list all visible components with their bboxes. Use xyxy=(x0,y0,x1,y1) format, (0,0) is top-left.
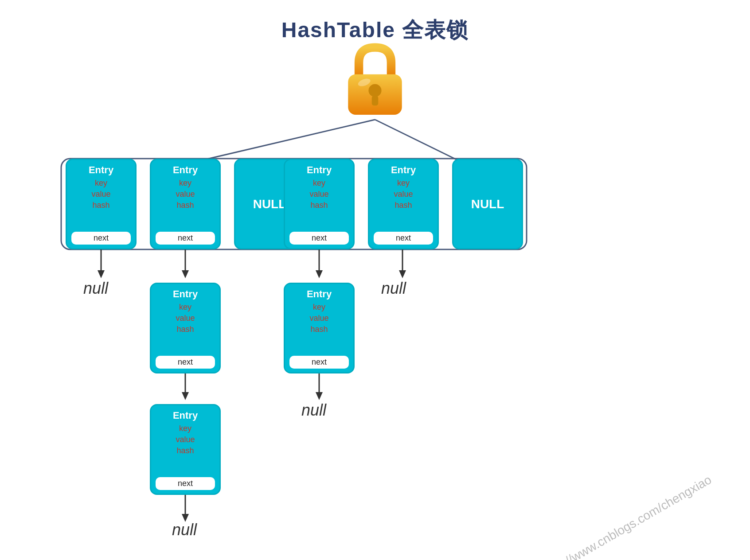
entry-node-4: Entry key value hash next xyxy=(368,159,439,249)
entry-node-3: Entry key value hash next xyxy=(284,159,355,249)
entry-value-r2-2: value xyxy=(176,313,195,324)
entry-hash-r3-2: hash xyxy=(176,445,194,456)
svg-marker-14 xyxy=(316,392,323,400)
entry-value-1: value xyxy=(91,189,110,200)
entry-label-4: Entry xyxy=(391,164,416,176)
entry-value-4: value xyxy=(394,189,413,200)
entry-value-r2-4: value xyxy=(309,313,328,324)
entry-node-2: Entry key value hash next xyxy=(150,159,221,249)
svg-marker-10 xyxy=(399,270,406,278)
null-text-entry1: null xyxy=(83,279,108,298)
entry-hash-2: hash xyxy=(176,200,194,211)
svg-marker-12 xyxy=(182,392,189,400)
entry-label-2: Entry xyxy=(173,164,198,176)
entry-key-4: key xyxy=(397,178,410,189)
entry-key-r2-4: key xyxy=(313,302,325,313)
entry-label-r2-2: Entry xyxy=(173,288,198,300)
svg-marker-4 xyxy=(98,270,105,278)
entry-hash-r2-4: hash xyxy=(310,324,328,335)
entry-hash-3: hash xyxy=(310,200,328,211)
svg-marker-8 xyxy=(316,270,323,278)
null-node-2: NULL xyxy=(452,159,523,249)
page-title: HashTable 全表锁 xyxy=(0,0,750,44)
svg-point-18 xyxy=(368,84,381,97)
entry-node-row3-2: Entry key value hash next xyxy=(150,404,221,495)
lock-icon xyxy=(340,40,410,120)
svg-line-0 xyxy=(186,120,375,164)
svg-rect-19 xyxy=(372,96,379,105)
entry-key-r3-2: key xyxy=(179,423,191,434)
entry-next-3: next xyxy=(289,232,349,245)
entry-next-2: next xyxy=(156,232,215,245)
entry-next-r2-2: next xyxy=(156,356,215,369)
entry-next-4: next xyxy=(374,232,433,245)
entry-hash-1: hash xyxy=(92,200,109,211)
entry-value-r3-2: value xyxy=(176,434,195,445)
null-label-2: NULL xyxy=(471,197,504,211)
null-text-entry5: null xyxy=(381,279,406,298)
entry-node-row2-4: Entry key value hash next xyxy=(284,283,355,373)
entry-hash-4: hash xyxy=(395,200,412,211)
entry-value-2: value xyxy=(176,189,195,200)
svg-line-1 xyxy=(375,120,465,164)
null-text-r2-4: null xyxy=(301,401,326,420)
entry-key-3: key xyxy=(313,178,325,189)
entry-key-r2-2: key xyxy=(179,302,191,313)
entry-label-3: Entry xyxy=(307,164,332,176)
entry-key-2: key xyxy=(179,178,191,189)
entry-value-3: value xyxy=(309,189,328,200)
entry-next-1: next xyxy=(71,232,131,245)
entry-node-1: Entry key value hash next xyxy=(66,159,137,249)
null-text-r3-2: null xyxy=(172,521,197,539)
entry-node-row2-2: Entry key value hash next xyxy=(150,283,221,373)
entry-hash-r2-2: hash xyxy=(176,324,194,335)
entry-next-r2-4: next xyxy=(289,356,349,369)
svg-marker-6 xyxy=(182,270,189,278)
entry-label-1: Entry xyxy=(89,164,113,176)
entry-label-r3-2: Entry xyxy=(173,410,198,421)
entry-label-r2-4: Entry xyxy=(307,288,332,300)
watermark: http://www.cnblogs.com/chengxiao xyxy=(542,473,714,560)
entry-key-1: key xyxy=(95,178,107,189)
entry-next-r3-2: next xyxy=(156,477,215,490)
null-label-1: NULL xyxy=(253,197,286,211)
